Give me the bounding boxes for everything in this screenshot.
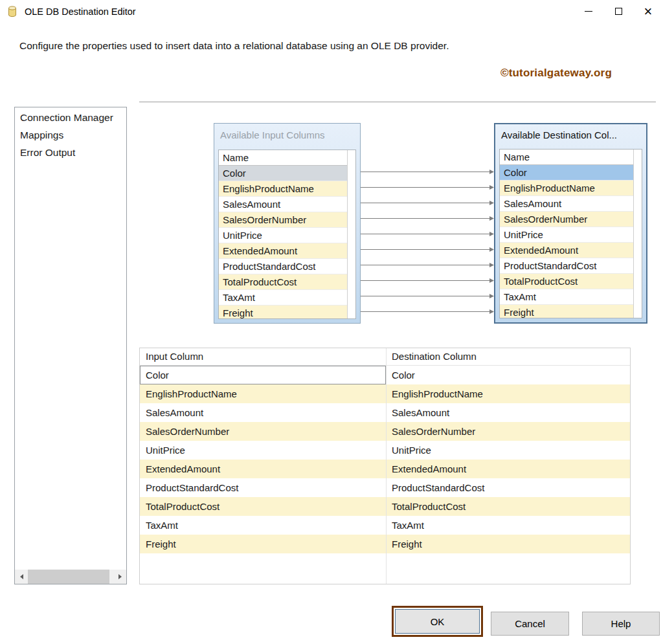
column-list-item[interactable]: EnglishProductName [500,181,633,196]
mapping-row: SalesOrderNumberSalesOrderNumber [140,422,630,441]
column-list-item[interactable]: TaxAmt [500,289,633,305]
sidebar-item-mappings[interactable]: Mappings [15,126,126,144]
cancel-button[interactable]: Cancel [491,612,569,636]
input-column-cell[interactable]: TotalProductCost [140,497,386,516]
maximize-button[interactable] [603,0,633,23]
mapping-row: TotalProductCostTotalProductCost [140,497,630,516]
column-list-item[interactable]: Color [219,166,347,181]
input-list-scroll-track [347,150,355,318]
destination-column-cell[interactable]: EnglishProductName [386,384,630,403]
column-list-item[interactable]: SalesAmount [500,196,633,212]
column-list-item[interactable]: ProductStandardCost [219,259,347,274]
destination-column-cell[interactable]: ExtendedAmount [386,460,630,478]
annotation-highlight: OK [392,606,483,637]
help-button[interactable]: Help [582,612,660,636]
maximize-icon [615,8,622,15]
mapping-row: TaxAmtTaxAmt [140,516,630,535]
mapping-row: UnitPriceUnitPrice [140,441,630,460]
input-column-cell[interactable]: UnitPrice [140,441,386,460]
mapping-row: SalesAmountSalesAmount [140,403,630,422]
sidebar-item-error-output[interactable]: Error Output [15,144,126,161]
column-list-item[interactable]: EnglishProductName [219,181,347,197]
grid-column-divider [386,348,387,584]
grid-header-row: Input Column Destination Column [140,348,630,366]
destination-panel-title: Available Destination Col... [495,124,646,148]
minimize-icon [585,11,592,12]
mapping-row: ColorColor [140,366,630,384]
column-list-item[interactable]: TotalProductCost [500,274,633,289]
destination-column-cell[interactable]: SalesOrderNumber [386,422,630,441]
input-column-cell[interactable]: ProductStandardCost [140,478,386,497]
scrollbar-thumb[interactable] [28,570,109,584]
destination-columns-list: Name ColorEnglishProductNameSalesAmountS… [499,149,642,318]
title-bar: OLE DB Destination Editor × [0,0,663,23]
input-column-cell[interactable]: SalesAmount [140,403,386,422]
input-column-cell[interactable]: Color [140,366,386,384]
mapping-row: EnglishProductNameEnglishProductName [140,384,630,403]
sidebar-horizontal-scrollbar[interactable] [15,570,126,584]
scroll-left-icon[interactable] [15,570,28,584]
scroll-right-icon[interactable] [113,570,126,584]
input-column-cell[interactable]: Freight [140,535,386,553]
destination-column-cell[interactable]: ProductStandardCost [386,478,630,497]
window-title: OLE DB Destination Editor [25,6,136,17]
destination-column-cell[interactable]: TotalProductCost [386,497,630,516]
close-icon: × [644,5,653,19]
destination-list-scroll-track [633,150,642,318]
destination-column-cell[interactable]: SalesAmount [386,403,630,422]
mapping-row: ProductStandardCostProductStandardCost [140,478,630,497]
destination-column-cell[interactable]: Color [386,366,630,384]
grid-header-input-column: Input Column [140,348,386,365]
column-list-item[interactable]: ExtendedAmount [219,243,347,259]
minimize-button[interactable] [574,0,603,23]
watermark: ©tutorialgateway.org [500,67,612,80]
dialog-description: Configure the properties used to insert … [19,40,449,52]
column-list-item[interactable]: Freight [219,305,347,318]
grid-header-destination-column: Destination Column [386,348,630,365]
sidebar-item-connection-manager[interactable]: Connection Manager [15,109,126,126]
input-column-cell[interactable]: TaxAmt [140,516,386,535]
column-list-item[interactable]: Freight [500,305,633,318]
column-list-item[interactable]: SalesOrderNumber [219,212,347,228]
input-columns-list: Name ColorEnglishProductNameSalesAmountS… [218,150,356,319]
column-list-item[interactable]: ProductStandardCost [500,258,633,274]
column-list-item[interactable]: UnitPrice [500,227,633,243]
close-button[interactable]: × [633,0,663,23]
destination-column-cell[interactable]: Freight [386,535,630,553]
input-panel-title: Available Input Columns [214,124,360,148]
column-list-item[interactable]: Color [500,165,633,181]
column-list-item[interactable]: SalesAmount [219,197,347,212]
database-icon [6,5,19,18]
input-column-cell[interactable]: EnglishProductName [140,384,386,403]
mapping-row: ExtendedAmountExtendedAmount [140,460,630,478]
destination-column-cell[interactable]: TaxAmt [386,516,630,535]
available-destination-columns-panel: Available Destination Col... Name ColorE… [494,123,647,324]
column-list-item[interactable]: TotalProductCost [219,274,347,290]
window-controls: × [574,0,663,23]
column-list-item[interactable]: SalesOrderNumber [500,212,633,227]
pages-list: Connection Manager Mappings Error Output [14,107,127,584]
destination-column-cell[interactable]: UnitPrice [386,441,630,460]
available-input-columns-panel: Available Input Columns Name ColorEnglis… [214,123,361,324]
destination-name-column-header: Name [500,150,633,165]
column-list-item[interactable]: UnitPrice [219,228,347,243]
input-column-cell[interactable]: ExtendedAmount [140,460,386,478]
ok-button[interactable]: OK [395,609,480,634]
column-list-item[interactable]: ExtendedAmount [500,243,633,258]
mappings-grid: Input Column Destination Column ColorCol… [139,348,631,584]
column-list-item[interactable]: TaxAmt [219,290,347,305]
input-name-column-header: Name [219,150,347,166]
mapping-row: FreightFreight [140,535,630,553]
input-column-cell[interactable]: SalesOrderNumber [140,422,386,441]
